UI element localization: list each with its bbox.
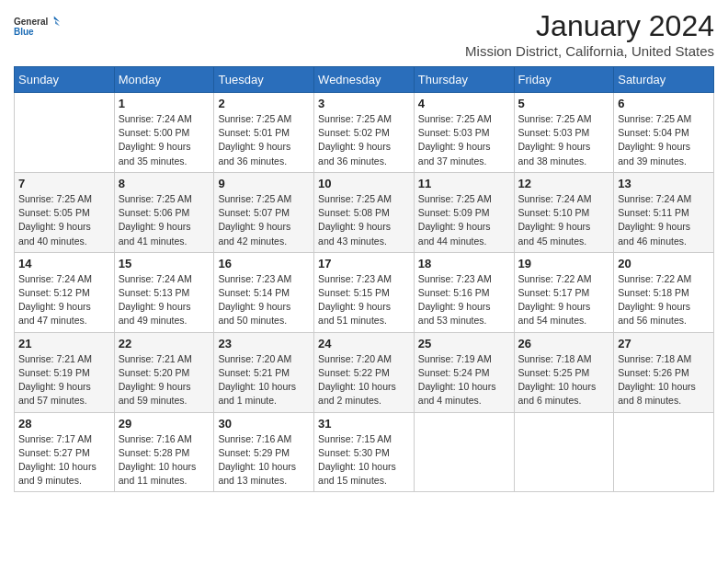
day-number: 1 [119,97,210,110]
calendar-cell: 28Sunrise: 7:17 AMSunset: 5:27 PMDayligh… [15,412,115,492]
day-number: 20 [618,257,710,270]
day-number: 16 [218,257,310,270]
calendar-cell: 26Sunrise: 7:18 AMSunset: 5:25 PMDayligh… [514,332,614,412]
calendar-cell: 8Sunrise: 7:25 AMSunset: 5:06 PMDaylight… [114,172,214,252]
calendar-cell: 22Sunrise: 7:21 AMSunset: 5:20 PMDayligh… [114,332,214,412]
calendar-cell: 15Sunrise: 7:24 AMSunset: 5:13 PMDayligh… [114,252,214,332]
day-number: 18 [418,257,510,270]
page-header: General Blue January 2024 Mission Distri… [14,9,714,59]
week-row-4: 21Sunrise: 7:21 AMSunset: 5:19 PMDayligh… [15,332,714,412]
day-info: Sunrise: 7:25 AMSunset: 5:05 PMDaylight:… [18,192,110,248]
calendar-cell: 17Sunrise: 7:23 AMSunset: 5:15 PMDayligh… [314,252,415,332]
day-number: 5 [518,97,610,110]
calendar-cell: 9Sunrise: 7:25 AMSunset: 5:07 PMDaylight… [214,172,314,252]
calendar-table: SundayMondayTuesdayWednesdayThursdayFrid… [14,66,714,492]
day-number: 15 [119,257,210,270]
day-info: Sunrise: 7:25 AMSunset: 5:08 PMDaylight:… [318,192,410,248]
day-number: 26 [518,337,610,350]
calendar-cell: 10Sunrise: 7:25 AMSunset: 5:08 PMDayligh… [314,172,415,252]
day-number: 19 [518,257,610,270]
calendar-cell: 11Sunrise: 7:25 AMSunset: 5:09 PMDayligh… [414,172,514,252]
day-info: Sunrise: 7:25 AMSunset: 5:06 PMDaylight:… [119,192,210,248]
day-info: Sunrise: 7:20 AMSunset: 5:22 PMDaylight:… [318,352,410,408]
logo: General Blue [14,9,60,46]
day-number: 11 [418,177,510,190]
calendar-cell: 16Sunrise: 7:23 AMSunset: 5:14 PMDayligh… [214,252,314,332]
calendar-cell [614,412,714,492]
header-friday: Friday [514,67,614,93]
day-number: 27 [618,337,710,350]
day-info: Sunrise: 7:22 AMSunset: 5:17 PMDaylight:… [518,272,610,328]
calendar-cell: 5Sunrise: 7:25 AMSunset: 5:03 PMDaylight… [514,93,614,173]
day-number: 29 [119,417,210,431]
calendar-cell: 12Sunrise: 7:24 AMSunset: 5:10 PMDayligh… [514,172,614,252]
page-subtitle: Mission District, California, United Sta… [465,43,714,59]
week-row-5: 28Sunrise: 7:17 AMSunset: 5:27 PMDayligh… [15,412,714,492]
day-info: Sunrise: 7:25 AMSunset: 5:02 PMDaylight:… [318,112,410,168]
calendar-cell: 6Sunrise: 7:25 AMSunset: 5:04 PMDaylight… [614,93,714,173]
calendar-cell [414,412,514,492]
day-info: Sunrise: 7:17 AMSunset: 5:27 PMDaylight:… [18,432,110,488]
day-number: 10 [318,177,410,190]
day-info: Sunrise: 7:16 AMSunset: 5:28 PMDaylight:… [119,432,210,488]
day-number: 7 [18,177,110,190]
calendar-cell [514,412,614,492]
calendar-cell: 23Sunrise: 7:20 AMSunset: 5:21 PMDayligh… [214,332,314,412]
day-info: Sunrise: 7:24 AMSunset: 5:12 PMDaylight:… [18,272,110,328]
day-info: Sunrise: 7:25 AMSunset: 5:04 PMDaylight:… [618,112,710,168]
svg-marker-2 [54,17,60,22]
svg-text:General: General [14,17,48,27]
week-row-1: 1Sunrise: 7:24 AMSunset: 5:00 PMDaylight… [15,93,714,173]
calendar-cell: 2Sunrise: 7:25 AMSunset: 5:01 PMDaylight… [214,93,314,173]
calendar-cell: 7Sunrise: 7:25 AMSunset: 5:05 PMDaylight… [15,172,115,252]
header-sunday: Sunday [15,67,115,93]
calendar-cell [15,93,115,173]
day-info: Sunrise: 7:18 AMSunset: 5:25 PMDaylight:… [518,352,610,408]
calendar-cell: 3Sunrise: 7:25 AMSunset: 5:02 PMDaylight… [314,93,415,173]
day-number: 14 [18,257,110,270]
day-info: Sunrise: 7:24 AMSunset: 5:13 PMDaylight:… [119,272,210,328]
calendar-cell: 18Sunrise: 7:23 AMSunset: 5:16 PMDayligh… [414,252,514,332]
day-info: Sunrise: 7:24 AMSunset: 5:10 PMDaylight:… [518,192,610,248]
title-block: January 2024 Mission District, Californi… [465,9,714,59]
logo-svg: General Blue [14,9,60,46]
week-row-2: 7Sunrise: 7:25 AMSunset: 5:05 PMDaylight… [15,172,714,252]
day-number: 21 [18,337,110,350]
day-number: 30 [218,417,310,431]
day-info: Sunrise: 7:23 AMSunset: 5:14 PMDaylight:… [218,272,310,328]
day-info: Sunrise: 7:23 AMSunset: 5:16 PMDaylight:… [418,272,510,328]
calendar-cell: 1Sunrise: 7:24 AMSunset: 5:00 PMDaylight… [114,93,214,173]
day-info: Sunrise: 7:21 AMSunset: 5:20 PMDaylight:… [119,352,210,408]
day-number: 17 [318,257,410,270]
day-number: 23 [218,337,310,350]
header-monday: Monday [114,67,214,93]
day-info: Sunrise: 7:24 AMSunset: 5:11 PMDaylight:… [618,192,710,248]
day-number: 2 [218,97,310,110]
header-wednesday: Wednesday [314,67,415,93]
day-info: Sunrise: 7:16 AMSunset: 5:29 PMDaylight:… [218,432,310,488]
day-info: Sunrise: 7:25 AMSunset: 5:09 PMDaylight:… [418,192,510,248]
calendar-cell: 30Sunrise: 7:16 AMSunset: 5:29 PMDayligh… [214,412,314,492]
calendar-cell: 19Sunrise: 7:22 AMSunset: 5:17 PMDayligh… [514,252,614,332]
calendar-cell: 24Sunrise: 7:20 AMSunset: 5:22 PMDayligh… [314,332,415,412]
day-number: 6 [618,97,710,110]
calendar-cell: 21Sunrise: 7:21 AMSunset: 5:19 PMDayligh… [15,332,115,412]
header-saturday: Saturday [614,67,714,93]
day-number: 3 [318,97,410,110]
header-tuesday: Tuesday [214,67,314,93]
day-number: 13 [618,177,710,190]
week-row-3: 14Sunrise: 7:24 AMSunset: 5:12 PMDayligh… [15,252,714,332]
calendar-cell: 14Sunrise: 7:24 AMSunset: 5:12 PMDayligh… [15,252,115,332]
day-number: 8 [119,177,210,190]
day-number: 12 [518,177,610,190]
day-info: Sunrise: 7:25 AMSunset: 5:01 PMDaylight:… [218,112,310,168]
day-info: Sunrise: 7:22 AMSunset: 5:18 PMDaylight:… [618,272,710,328]
day-info: Sunrise: 7:23 AMSunset: 5:15 PMDaylight:… [318,272,410,328]
day-info: Sunrise: 7:25 AMSunset: 5:03 PMDaylight:… [418,112,510,168]
calendar-cell: 13Sunrise: 7:24 AMSunset: 5:11 PMDayligh… [614,172,714,252]
day-info: Sunrise: 7:25 AMSunset: 5:07 PMDaylight:… [218,192,310,248]
calendar-header-row: SundayMondayTuesdayWednesdayThursdayFrid… [15,67,714,93]
day-number: 28 [18,417,110,431]
day-info: Sunrise: 7:19 AMSunset: 5:24 PMDaylight:… [418,352,510,408]
day-info: Sunrise: 7:21 AMSunset: 5:19 PMDaylight:… [18,352,110,408]
